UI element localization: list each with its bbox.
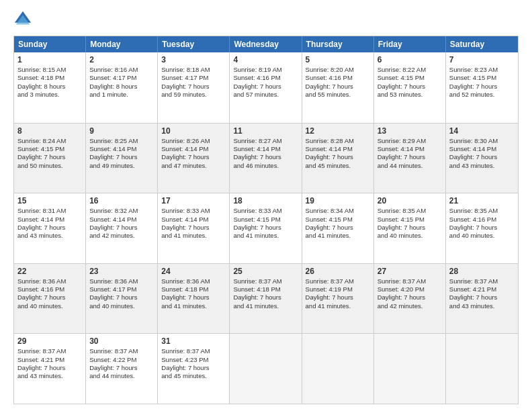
day-number: 18 [233,196,298,205]
cell-line: Daylight: 8 hours [89,83,154,91]
cell-line: Sunrise: 8:37 AM [306,277,370,285]
cell-line: and 43 minutes. [17,232,82,240]
cell-line: Sunrise: 8:36 AM [17,277,82,285]
cell-line: Sunrise: 8:19 AM [233,66,298,74]
cell-line: Daylight: 7 hours [306,293,370,302]
cell-line: Sunrise: 8:18 AM [161,66,226,74]
cell-line: Daylight: 7 hours [161,83,226,91]
day-number: 20 [378,196,442,205]
header-day-tuesday: Tuesday [158,36,230,52]
cell-line: Sunset: 4:18 PM [233,285,298,293]
cell-line: Sunrise: 8:37 AM [89,347,154,355]
calendar-cell: 10Sunrise: 8:26 AMSunset: 4:14 PMDayligh… [158,124,230,193]
cell-line: Daylight: 7 hours [161,224,226,232]
header-day-sunday: Sunday [14,36,86,52]
day-number: 27 [378,267,442,276]
calendar-cell: 3Sunrise: 8:18 AMSunset: 4:17 PMDaylight… [158,52,230,123]
day-number: 28 [449,267,515,276]
cell-line: Sunset: 4:14 PM [378,145,442,153]
cell-line: Sunrise: 8:36 AM [161,277,226,285]
calendar-cell: 23Sunrise: 8:36 AMSunset: 4:17 PMDayligh… [86,264,158,334]
logo-icon [13,10,32,29]
calendar-cell: 12Sunrise: 8:28 AMSunset: 4:14 PMDayligh… [302,124,374,193]
calendar-cell: 28Sunrise: 8:37 AMSunset: 4:21 PMDayligh… [446,264,518,334]
cell-line: Sunset: 4:21 PM [449,285,515,293]
cell-line: and 42 minutes. [378,302,442,310]
cell-line: Sunset: 4:15 PM [449,74,515,82]
cell-line: Sunrise: 8:31 AM [17,207,82,215]
cell-line: Sunset: 4:15 PM [378,74,442,82]
day-number: 6 [378,55,442,64]
cell-line: Sunset: 4:14 PM [449,145,515,153]
cell-line: Daylight: 7 hours [449,293,515,302]
calendar-cell: 1Sunrise: 8:15 AMSunset: 4:18 PMDaylight… [14,52,86,123]
calendar-cell: 2Sunrise: 8:16 AMSunset: 4:17 PMDaylight… [86,52,158,123]
calendar-cell [302,334,374,404]
cell-line: Daylight: 7 hours [449,224,515,232]
calendar-cell: 17Sunrise: 8:33 AMSunset: 4:14 PMDayligh… [158,193,230,263]
day-number: 31 [161,336,226,346]
calendar-cell: 27Sunrise: 8:37 AMSunset: 4:20 PMDayligh… [374,264,446,334]
day-number: 23 [89,267,154,276]
cell-line: Daylight: 7 hours [161,153,226,161]
cell-line: Daylight: 7 hours [378,83,442,91]
cell-line: Sunrise: 8:15 AM [17,66,82,74]
day-number: 7 [449,55,515,64]
cell-line: Sunset: 4:17 PM [89,74,154,82]
cell-line: and 44 minutes. [378,162,442,170]
day-number: 8 [17,126,82,136]
cell-line: Sunrise: 8:16 AM [89,66,154,74]
calendar-cell: 29Sunrise: 8:37 AMSunset: 4:21 PMDayligh… [14,334,86,404]
day-number: 16 [89,196,154,205]
day-number: 19 [306,196,370,205]
cell-line: and 41 minutes. [233,302,298,310]
calendar-cell: 4Sunrise: 8:19 AMSunset: 4:16 PMDaylight… [230,52,302,123]
cell-line: Daylight: 7 hours [161,364,226,372]
header-day-wednesday: Wednesday [230,36,302,52]
cell-line: Daylight: 7 hours [17,224,82,232]
cell-line: Sunset: 4:16 PM [17,285,82,293]
cell-line: Sunset: 4:14 PM [89,216,154,224]
cell-line: and 41 minutes. [306,302,370,310]
header-day-friday: Friday [374,36,446,52]
cell-line: Sunset: 4:20 PM [378,285,442,293]
calendar-cell: 9Sunrise: 8:25 AMSunset: 4:14 PMDaylight… [86,124,158,193]
day-number: 4 [233,55,298,64]
day-number: 30 [89,336,154,346]
cell-line: Daylight: 7 hours [161,293,226,302]
cell-line: and 3 minutes. [17,91,82,99]
cell-line: and 45 minutes. [161,372,226,380]
cell-line: Sunset: 4:14 PM [233,145,298,153]
day-number: 24 [161,267,226,276]
cell-line: Daylight: 7 hours [89,224,154,232]
day-number: 29 [17,336,82,346]
calendar-cell: 21Sunrise: 8:35 AMSunset: 4:16 PMDayligh… [446,193,518,263]
cell-line: Sunset: 4:16 PM [233,74,298,82]
cell-line: Sunrise: 8:35 AM [449,207,515,215]
cell-line: Daylight: 7 hours [17,364,82,372]
cell-line: Daylight: 7 hours [233,293,298,302]
cell-line: and 57 minutes. [233,91,298,99]
logo [13,10,35,29]
calendar-cell [374,334,446,404]
cell-line: Daylight: 7 hours [306,153,370,161]
day-number: 11 [233,126,298,136]
calendar-cell: 11Sunrise: 8:27 AMSunset: 4:14 PMDayligh… [230,124,302,193]
cell-line: Sunset: 4:23 PM [161,356,226,364]
cell-line: and 42 minutes. [89,232,154,240]
cell-line: Daylight: 7 hours [306,83,370,91]
calendar-row-4: 22Sunrise: 8:36 AMSunset: 4:16 PMDayligh… [14,263,518,334]
day-number: 14 [449,126,515,136]
cell-line: Daylight: 7 hours [17,153,82,161]
cell-line: Sunset: 4:21 PM [17,356,82,364]
day-number: 21 [449,196,515,205]
cell-line: Daylight: 7 hours [449,83,515,91]
cell-line: Sunset: 4:14 PM [17,216,82,224]
cell-line: and 41 minutes. [233,232,298,240]
header-day-monday: Monday [86,36,158,52]
cell-line: Sunrise: 8:35 AM [378,207,442,215]
day-number: 15 [17,196,82,205]
day-number: 22 [17,267,82,276]
cell-line: and 53 minutes. [378,91,442,99]
cell-line: and 50 minutes. [17,162,82,170]
